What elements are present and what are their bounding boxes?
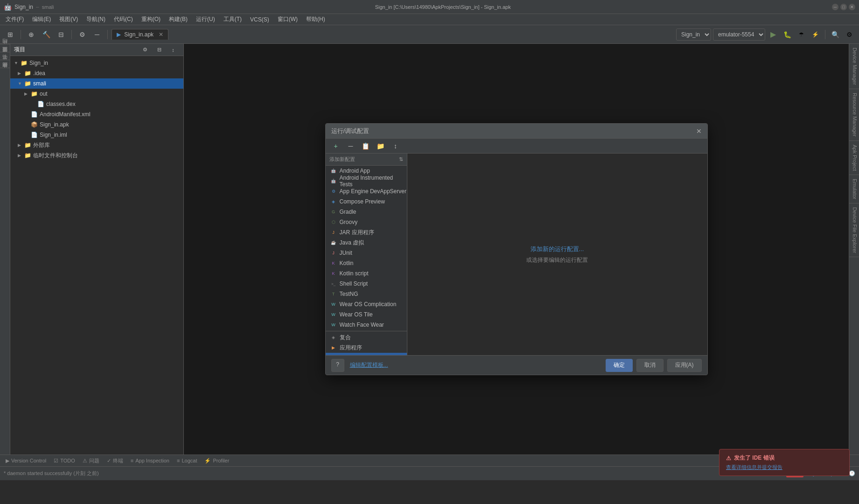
debug-button[interactable]: 🐛 (781, 28, 793, 41)
minimize-button[interactable]: ─ (832, 4, 838, 10)
menu-navigate[interactable]: 导航(N) (83, 14, 109, 24)
search-everywhere-btn[interactable]: 🔍 (829, 28, 841, 41)
bottom-tab-version-control[interactable]: ▶ Version Control (4, 455, 48, 466)
run-config-dropdown[interactable]: Sign_in (676, 28, 711, 41)
device-selector[interactable]: emulator-5554 (713, 28, 765, 41)
menu-build[interactable]: 构建(B) (165, 14, 191, 24)
menu-edit[interactable]: 编辑(E) (28, 14, 55, 24)
left-tab-structure[interactable]: 结构 (0, 44, 10, 52)
status-message: * daemon started successfully (片刻 之前) (4, 470, 99, 477)
list-item-gradle[interactable]: G Gradle (326, 207, 407, 217)
maximize-button[interactable]: □ (840, 4, 847, 10)
dialog-empty-title[interactable]: 添加新的运行配置... (531, 245, 584, 253)
list-item-testng[interactable]: T TestNG (326, 289, 407, 299)
menu-tools[interactable]: 工具(T) (220, 14, 245, 24)
toolbar-hammer-btn[interactable]: 🔨 (40, 28, 53, 41)
list-item-shell[interactable]: >_ Shell Script (326, 279, 407, 289)
tree-item-temp[interactable]: ▶ 📁 临时文件和控制台 (10, 150, 183, 161)
close-button[interactable]: ✕ (849, 4, 855, 10)
cancel-button[interactable]: 取消 (636, 359, 663, 372)
dialog-folder-btn[interactable]: 📁 (374, 140, 387, 153)
list-item-java[interactable]: ☕ Java 虚拟 (326, 238, 407, 248)
menu-view[interactable]: 视图(V) (56, 14, 82, 24)
tree-item-manifest[interactable]: ▶ 📄 AndroidManifest.xml (10, 109, 183, 119)
list-item-wearos-tile[interactable]: W Wear OS Tile (326, 309, 407, 320)
coverage-button[interactable]: ☂ (795, 28, 807, 41)
bottom-tab-todo[interactable]: ☑ TODO (52, 455, 77, 466)
profile-button[interactable]: ⚡ (809, 28, 821, 41)
file-icon: 📄 (37, 101, 44, 107)
project-gear-btn[interactable]: ⚙ (139, 43, 152, 56)
tree-item-iml[interactable]: ▶ 📄 Sign_in.iml (10, 130, 183, 140)
editor-area: 运行/调试配置 ✕ + ─ 📋 📁 ↕ 添加新配置 (184, 44, 849, 455)
apply-button[interactable]: 应用(A) (667, 359, 702, 372)
list-item-jar[interactable]: J JAR 应用程序 (326, 227, 407, 238)
tree-item-classes[interactable]: ▶ 📄 classes.dex (10, 99, 183, 109)
left-tab-resource[interactable]: 资源管理器 (0, 52, 10, 60)
right-tab-device-manager[interactable]: Device Manager (849, 44, 859, 89)
toolbar-minus-btn[interactable]: ─ (91, 28, 104, 41)
confirm-button[interactable]: 确定 (606, 359, 633, 372)
tree-item-smali[interactable]: ▼ 📁 smali (10, 78, 183, 89)
right-tab-emulator[interactable]: Emulator (849, 175, 859, 203)
list-item-compound[interactable]: ◈ 复合 (326, 332, 407, 343)
dialog-add-btn[interactable]: + (329, 140, 342, 153)
tree-item-apk[interactable]: ▶ 📦 Sign_in.apk (10, 119, 183, 130)
list-item-kotlin-script[interactable]: K Kotlin script (326, 268, 407, 279)
settings-btn[interactable]: ⚙ (843, 28, 855, 41)
tree-item-signin[interactable]: ▼ 📁 Sign_in (10, 58, 183, 68)
toolbar-sync-btn[interactable]: ⊕ (25, 28, 38, 41)
list-item-junit[interactable]: J JUnit (326, 248, 407, 258)
project-view-btn[interactable]: ⊞ (4, 28, 17, 41)
menu-run[interactable]: 运行(U) (192, 14, 219, 24)
list-item-wearos-complication[interactable]: W Wear OS Complication (326, 299, 407, 309)
menu-file[interactable]: 文件(F) (2, 14, 28, 24)
help-button[interactable]: ? (331, 359, 344, 372)
toolbar-settings-btn[interactable]: ⚙ (76, 28, 89, 41)
list-item-groovy[interactable]: ⬡ Groovy (326, 217, 407, 227)
error-link[interactable]: 查看详细信息并提交报告 (726, 464, 782, 470)
error-notification: ⚠ 发生了 IDE 错误 查看详细信息并提交报告 (719, 449, 850, 476)
list-item-kotlin[interactable]: K Kotlin (326, 258, 407, 268)
right-tab-device-file[interactable]: Device File Explorer (849, 203, 859, 257)
bottom-tab-logcat[interactable]: ≡ Logcat (175, 455, 199, 466)
dialog-close-button[interactable]: ✕ (696, 127, 702, 135)
list-item-app[interactable]: ▶ 应用程序 (326, 343, 407, 353)
left-tab-build[interactable]: 构建变体 (0, 68, 10, 76)
tree-arrow: ▶ (18, 71, 22, 76)
todo-label: TODO (60, 458, 75, 463)
dialog-btn-group: 确定 取消 应用(A) (606, 359, 702, 372)
bottom-tab-profiler[interactable]: ⚡ Profiler (203, 455, 231, 466)
project-sort-btn[interactable]: ↕ (167, 43, 180, 56)
list-item-wearos-face[interactable]: W Watch Face Wear (326, 320, 407, 330)
project-expand-btn[interactable]: ⊟ (153, 43, 166, 56)
list-item-compose[interactable]: ◈ Compose Preview (326, 196, 407, 207)
list-item-appengine[interactable]: ⚙ App Engine DevAppServer (326, 186, 407, 196)
toolbar-layout-btn[interactable]: ⊟ (55, 28, 68, 41)
run-tab-label: Sign_in.apk (124, 31, 154, 38)
right-tab-apk-project[interactable]: Apk Project (849, 141, 859, 175)
tree-item-out[interactable]: ▶ 📁 out (10, 89, 183, 99)
dialog-sort-btn[interactable]: ↕ (389, 140, 402, 153)
right-tab-resource-manager[interactable]: Resource Manager (849, 89, 859, 141)
bottom-tab-problems[interactable]: ⚠ 问题 (81, 455, 101, 466)
run-button[interactable]: ▶ (767, 28, 779, 41)
edit-templates-link[interactable]: 编辑配置模板... (350, 361, 388, 369)
menu-code[interactable]: 代码(C) (110, 14, 137, 24)
bottom-tab-terminal[interactable]: ✓ 终端 (105, 455, 125, 466)
dialog-copy-btn[interactable]: 📋 (359, 140, 372, 153)
run-tab-close[interactable]: ✕ (159, 31, 163, 38)
dialog-list-sort-btn[interactable]: ⇅ (399, 156, 403, 162)
tree-label: Sign_in.apk (40, 121, 69, 128)
dialog-remove-btn[interactable]: ─ (344, 140, 357, 153)
menu-vcs[interactable]: VCS(S) (246, 15, 273, 24)
run-tab[interactable]: ▶ Sign_in.apk ✕ (112, 29, 168, 40)
menu-window[interactable]: 窗口(W) (274, 14, 301, 24)
tree-item-idea[interactable]: ▶ 📁 .idea (10, 68, 183, 78)
menu-help[interactable]: 帮助(H) (302, 14, 329, 24)
menu-refactor[interactable]: 重构(O) (138, 14, 164, 24)
left-tab-bookmarks[interactable]: 书签 (0, 60, 10, 68)
tree-item-external-libs[interactable]: ▶ 📁 外部库 (10, 140, 183, 150)
bottom-tab-app-inspection[interactable]: ≡ App Inspection (129, 455, 171, 466)
list-item-android-tests[interactable]: 🤖 Android Instrumented Tests (326, 176, 407, 186)
